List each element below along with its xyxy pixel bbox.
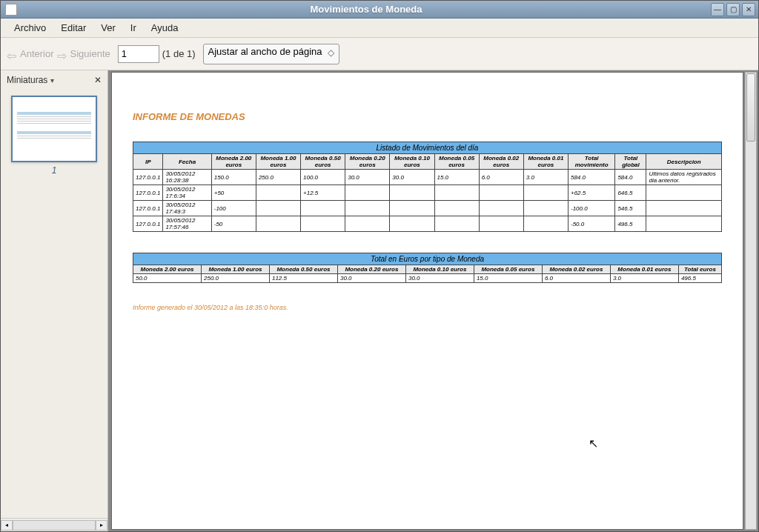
table-cell: 112.5 — [269, 274, 337, 283]
table-header: Moneda 0.20 euros — [345, 154, 390, 170]
table-cell: 100.0 — [301, 170, 345, 185]
table-cell — [390, 216, 434, 232]
table-cell: 6.0 — [542, 274, 610, 283]
zoom-value: Ajustar al ancho de página — [208, 46, 322, 57]
menu-ver[interactable]: Ver — [95, 20, 122, 36]
menu-ayuda[interactable]: Ayuda — [145, 20, 185, 36]
table-cell — [523, 185, 568, 201]
table-header: Total euros — [678, 265, 721, 274]
table-cell — [256, 185, 300, 201]
table-cell: 584.0 — [615, 170, 646, 185]
table-header: Total global — [615, 154, 646, 170]
table-row: 127.0.0.130/05/2012 17:6:34+50+12.5+62.5… — [133, 185, 722, 201]
menubar: Archivo Editar Ver Ir Ayuda — [1, 19, 758, 38]
app-window: Movimientos de Moneda — ▢ ✕ Archivo Edit… — [0, 0, 759, 532]
table-cell: +12.5 — [301, 185, 345, 201]
table-header: IP — [133, 154, 163, 170]
table-cell: 50.0 — [133, 274, 202, 283]
prev-label: Anterior — [20, 48, 54, 59]
table-cell — [479, 201, 523, 216]
table-cell: 150.0 — [211, 170, 256, 185]
scroll-track[interactable] — [13, 520, 96, 531]
table-cell — [523, 201, 568, 216]
table-cell: 250.0 — [256, 170, 300, 185]
table-header: Moneda 0.01 euros — [610, 265, 678, 274]
table-cell: 30/05/2012 17:6:34 — [163, 185, 211, 201]
table-cell — [479, 216, 523, 232]
table-cell: 127.0.0.1 — [133, 170, 163, 185]
close-button[interactable]: ✕ — [742, 3, 755, 16]
table-cell: 546.5 — [615, 201, 646, 216]
menu-archivo[interactable]: Archivo — [8, 20, 52, 36]
maximize-button[interactable]: ▢ — [726, 3, 740, 16]
prev-page-button[interactable]: Anterior — [7, 48, 54, 59]
table-header: Fecha — [163, 154, 211, 170]
sidebar: Miniaturas ✕ 1 ◂ ▸ — [1, 70, 108, 531]
next-page-button[interactable]: Siguiente — [57, 48, 110, 59]
table-cell: -50 — [211, 216, 256, 232]
table-cell: 3.0 — [610, 274, 678, 283]
table-header: Descripcion — [646, 154, 722, 170]
table-cell — [646, 216, 722, 232]
table-cell: 127.0.0.1 — [133, 201, 163, 216]
table-header: Moneda 0.10 euros — [405, 265, 474, 274]
table-cell: 30/05/2012 17:57:46 — [163, 216, 211, 232]
window-title: Movimientos de Moneda — [21, 4, 711, 15]
table-cell: -100.0 — [568, 201, 614, 216]
page-1: INFORME DE MONEDAS Listado de Movimiento… — [111, 72, 743, 530]
table-cell: 250.0 — [201, 274, 269, 283]
app-icon — [5, 4, 17, 16]
table-header: Moneda 2.00 euros — [133, 265, 202, 274]
menu-ir[interactable]: Ir — [125, 20, 142, 36]
table-cell: 3.0 — [523, 170, 568, 185]
table-cell — [523, 216, 568, 232]
table-cell: Ultimos datos registrados dia anterior. — [646, 170, 722, 185]
t2-banner: Total en Euros por tipo de Moneda — [133, 253, 722, 265]
zoom-select[interactable]: Ajustar al ancho de página — [203, 44, 339, 64]
table-header: Moneda 0.05 euros — [474, 265, 542, 274]
table-cell: 127.0.0.1 — [133, 216, 163, 232]
page-number-input[interactable] — [118, 45, 159, 63]
table-cell: 496.5 — [615, 216, 646, 232]
sidebar-hscroll[interactable]: ◂ ▸ — [1, 518, 107, 531]
scroll-left-icon[interactable]: ◂ — [1, 520, 13, 531]
table-cell — [479, 185, 523, 201]
t1-banner: Listado de Movimientos del día — [133, 142, 722, 154]
table-cell: -100 — [211, 201, 256, 216]
table-cell: 30/05/2012 16:28:38 — [163, 170, 211, 185]
table-cell: 127.0.0.1 — [133, 185, 163, 201]
table-cell: 646.5 — [615, 185, 646, 201]
table-cell — [301, 216, 345, 232]
table-cell — [390, 185, 434, 201]
document-viewport: INFORME DE MONEDAS Listado de Movimiento… — [108, 70, 758, 531]
table-header: Moneda 1.00 euros — [256, 154, 300, 170]
table-cell — [434, 201, 479, 216]
sidebar-title[interactable]: Miniaturas — [7, 75, 54, 85]
menu-editar[interactable]: Editar — [55, 20, 92, 36]
content-area: Miniaturas ✕ 1 ◂ ▸ — [1, 70, 758, 531]
table-cell — [646, 185, 722, 201]
thumbnail-page-1[interactable] — [11, 96, 97, 162]
table-cell — [301, 201, 345, 216]
sidebar-close-icon[interactable]: ✕ — [94, 75, 102, 85]
minimize-button[interactable]: — — [711, 3, 724, 16]
table-cell: 30/05/2012 17:49:3 — [163, 201, 211, 216]
table-cell — [390, 201, 434, 216]
scroll-right-icon[interactable]: ▸ — [96, 520, 107, 531]
table-header: Moneda 1.00 euros — [201, 265, 269, 274]
table-header: Moneda 0.50 euros — [301, 154, 345, 170]
table-header: Moneda 2.00 euros — [211, 154, 256, 170]
table-cell — [345, 201, 390, 216]
thumbnails-panel: 1 — [1, 90, 107, 518]
table-header: Moneda 0.02 euros — [542, 265, 610, 274]
table-header: Moneda 0.20 euros — [337, 265, 405, 274]
table-header: Moneda 0.02 euros — [479, 154, 523, 170]
table-row: 127.0.0.130/05/2012 17:57:46-50-50.0496.… — [133, 216, 722, 232]
arrow-left-icon — [7, 49, 17, 59]
vertical-scrollbar[interactable] — [745, 72, 757, 530]
toolbar: Anterior Siguiente (1 de 1) Ajustar al a… — [1, 38, 758, 70]
table-row: 127.0.0.130/05/2012 16:28:38150.0250.010… — [133, 170, 722, 185]
table-cell: 496.5 — [678, 274, 721, 283]
table-cell — [434, 216, 479, 232]
next-label: Siguiente — [70, 48, 110, 59]
